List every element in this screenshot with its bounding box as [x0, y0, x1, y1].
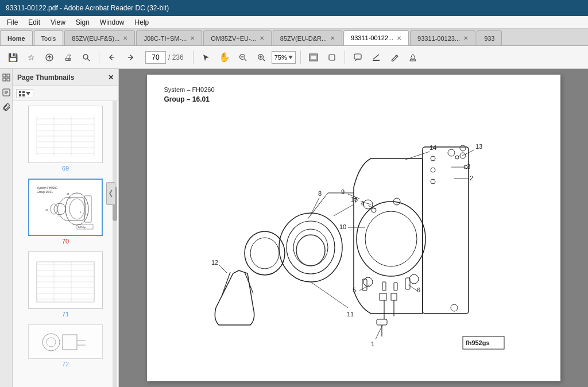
highlight-button[interactable] [368, 49, 384, 65]
svg-rect-30 [34, 110, 97, 159]
svg-rect-108 [391, 293, 397, 300]
thumbnail-label-71: 71 [62, 311, 69, 318]
svg-rect-20 [3, 78, 6, 81]
svg-point-88 [409, 274, 419, 284]
svg-line-99 [222, 272, 230, 296]
tab-close-doc5[interactable]: ✕ [397, 35, 401, 41]
save-button[interactable]: 💾 [5, 49, 21, 65]
svg-text:13: 13 [475, 143, 482, 150]
menu-view[interactable]: View [46, 17, 70, 28]
svg-line-127 [311, 198, 319, 215]
svg-text:3: 3 [467, 163, 470, 170]
svg-text:System-FH0260: System-FH0260 [37, 186, 57, 189]
thumbnail-page-72[interactable]: 72 [21, 324, 110, 367]
next-page-button[interactable] [122, 49, 138, 65]
tab-tools[interactable]: Tools [34, 30, 64, 45]
page-number-input[interactable]: 70 [145, 51, 166, 64]
pdf-page: System – FH0260 Group – 16.01 [147, 75, 560, 381]
tab-doc1[interactable]: 85ZV(EU-F&S)... ✕ [64, 30, 135, 45]
toolbar-sep3 [300, 51, 301, 64]
svg-text:fh952gs: fh952gs [78, 226, 86, 229]
tab-home[interactable]: Home [0, 30, 33, 45]
zoom-label: 75% [274, 54, 287, 61]
svg-line-2 [88, 59, 90, 61]
pdf-content-area[interactable]: System – FH0260 Group – 16.01 [119, 69, 588, 387]
tab-doc7[interactable]: 933 [477, 30, 502, 45]
thumbnails-close-button[interactable]: ✕ [108, 73, 114, 82]
prev-page-button[interactable] [104, 49, 120, 65]
svg-rect-14 [329, 55, 335, 60]
svg-rect-21 [7, 78, 10, 81]
svg-rect-19 [7, 74, 10, 77]
draw-button[interactable] [386, 49, 403, 65]
page-thumbnails-icon[interactable] [1, 72, 11, 83]
menu-sign[interactable]: Sign [71, 17, 94, 28]
svg-text:6: 6 [417, 287, 420, 293]
menu-window[interactable]: Window [95, 17, 129, 28]
thumbnail-img-69 [28, 106, 103, 163]
svg-rect-27 [22, 91, 25, 93]
thumbnail-img-72 [28, 324, 103, 359]
menu-edit[interactable]: Edit [24, 17, 45, 28]
tab-close-doc2[interactable]: ✕ [190, 35, 195, 41]
attachments-icon[interactable] [1, 102, 11, 113]
tab-doc5-active[interactable]: 93311-00122... ✕ [343, 30, 409, 45]
svg-point-80 [460, 153, 466, 158]
menu-file[interactable]: File [2, 17, 22, 28]
tab-close-doc3[interactable]: ✕ [260, 35, 264, 41]
sidebar-icons [0, 69, 13, 387]
svg-point-90 [448, 149, 455, 156]
thumbnails-scrollbar[interactable] [113, 101, 117, 387]
print-button[interactable]: 🖨 [60, 49, 76, 65]
tab-close-doc4[interactable]: ✕ [330, 35, 335, 41]
svg-line-139 [219, 265, 227, 273]
thumbnails-toolbar [13, 86, 118, 101]
fit-page-button[interactable] [305, 49, 322, 65]
tab-doc2[interactable]: J08C-TI+SM-... ✕ [136, 30, 202, 45]
titlebar: 93311-00122.pdf - Adobe Acrobat Reader D… [0, 0, 588, 16]
zoom-out-button[interactable] [235, 49, 251, 65]
zoom-dropdown[interactable]: 75% [272, 51, 296, 64]
upload-button[interactable] [41, 49, 57, 65]
svg-point-91 [460, 145, 466, 151]
thumbnails-header: Page Thumbnails ✕ [13, 69, 118, 86]
tab-doc4[interactable]: 85ZV(EU-D&R... ✕ [273, 30, 342, 45]
thumbnail-page-70[interactable]: System-FH0260 Group-16.01 14 [21, 179, 110, 245]
svg-rect-70 [34, 326, 97, 358]
svg-line-11 [263, 59, 265, 61]
tabbar: Home Tools 85ZV(EU-F&S)... ✕ J08C-TI+SM-… [0, 29, 588, 46]
tab-close-doc6[interactable]: ✕ [463, 35, 468, 41]
svg-text:14: 14 [67, 192, 69, 195]
svg-point-93 [279, 213, 342, 282]
svg-line-7 [245, 59, 246, 61]
svg-rect-29 [22, 94, 25, 96]
tab-doc6[interactable]: 93311-00123... ✕ [410, 30, 475, 45]
svg-text:4: 4 [361, 200, 364, 207]
rotate-button[interactable] [324, 49, 340, 65]
zoom-in-button[interactable] [253, 49, 269, 65]
bookmarks-icon[interactable] [1, 87, 11, 98]
select-tool-button[interactable] [198, 49, 214, 65]
bookmark-button[interactable]: ☆ [23, 49, 39, 65]
tab-close-doc1[interactable]: ✕ [123, 35, 127, 41]
svg-rect-106 [394, 282, 397, 291]
svg-text:12: 12 [211, 259, 218, 266]
thumbnails-list[interactable]: 69 System-FH0260 Group-16.01 [13, 101, 118, 387]
stamp-button[interactable] [405, 49, 421, 65]
thumbnails-title: Page Thumbnails [17, 73, 74, 82]
thumbnail-view-button[interactable] [16, 89, 33, 98]
svg-text:5: 5 [353, 287, 356, 293]
hand-tool-button[interactable]: ✋ [216, 49, 233, 65]
svg-line-100 [245, 272, 253, 293]
svg-text:14: 14 [430, 144, 436, 151]
comment-button[interactable] [350, 49, 366, 65]
search-button[interactable] [78, 49, 94, 65]
svg-text:15: 15 [68, 197, 71, 200]
menu-help[interactable]: Help [130, 17, 154, 28]
thumbnail-page-71[interactable]: 71 [21, 251, 110, 318]
panel-collapse-handle[interactable] [106, 182, 115, 205]
thumbnail-page-69[interactable]: 69 [21, 106, 110, 172]
svg-line-141 [376, 325, 382, 339]
tab-doc3[interactable]: OM85ZV+EU-... ✕ [203, 30, 272, 45]
thumbnail-img-70: System-FH0260 Group-16.01 14 [28, 179, 103, 236]
